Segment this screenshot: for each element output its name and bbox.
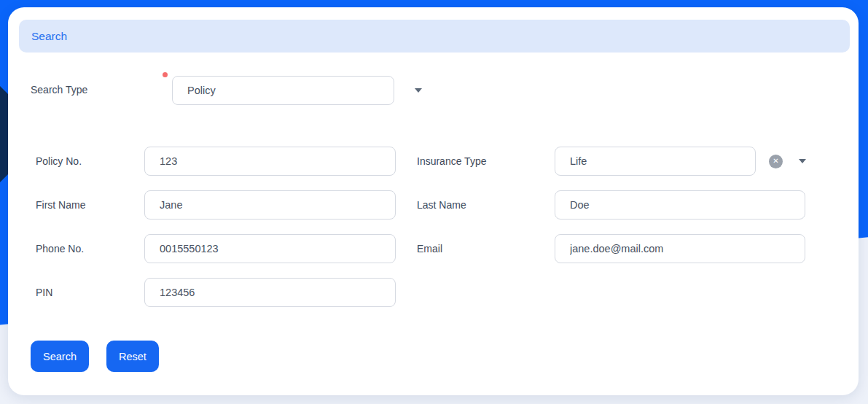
insurance-type-label: Insurance Type xyxy=(417,155,555,167)
phone-no-input[interactable] xyxy=(144,234,396,263)
panel-header: Search xyxy=(19,20,850,53)
caret-down-icon[interactable] xyxy=(799,159,806,163)
search-type-row: Search Type xyxy=(8,76,859,105)
search-type-label: Search Type xyxy=(31,84,87,96)
phone-no-label: Phone No. xyxy=(8,243,144,255)
caret-down-icon[interactable] xyxy=(415,88,422,93)
form-row-policy-insurance: Policy No. Insurance Type ✕ xyxy=(8,147,859,176)
form-row-pin: PIN xyxy=(8,278,859,307)
last-name-input[interactable] xyxy=(555,190,805,220)
search-panel: Search Search Type Policy No. Insurance … xyxy=(8,7,859,395)
last-name-label: Last Name xyxy=(417,199,555,211)
required-dot xyxy=(163,72,168,77)
form-actions: Search Reset xyxy=(31,341,159,372)
circle-x-icon[interactable]: ✕ xyxy=(769,155,783,168)
first-name-label: First Name xyxy=(8,199,144,211)
email-label: Email xyxy=(417,243,555,255)
pin-label: PIN xyxy=(8,287,144,298)
search-type-select[interactable] xyxy=(172,76,394,105)
panel-title: Search xyxy=(31,30,67,43)
email-input[interactable] xyxy=(555,234,805,263)
form-row-contact: Phone No. Email xyxy=(8,234,859,263)
reset-button[interactable]: Reset xyxy=(106,341,159,372)
policy-no-label: Policy No. xyxy=(8,155,144,167)
pin-input[interactable] xyxy=(144,278,396,307)
policy-no-input[interactable] xyxy=(144,147,396,176)
form-row-names: First Name Last Name xyxy=(8,190,859,220)
first-name-input[interactable] xyxy=(144,190,396,220)
insurance-type-select[interactable] xyxy=(555,147,756,176)
search-button[interactable]: Search xyxy=(31,341,89,372)
